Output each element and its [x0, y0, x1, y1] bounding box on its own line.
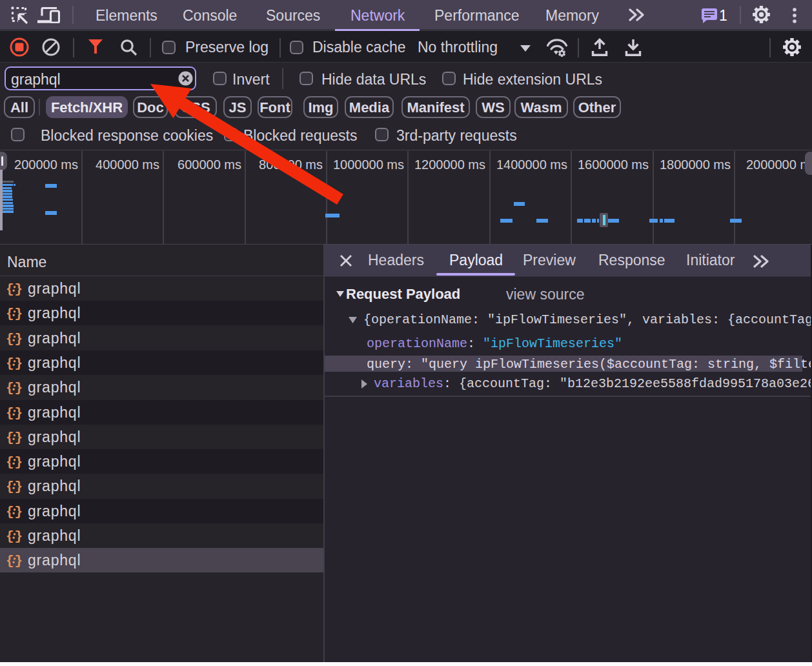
svg-text:{: {: [6, 406, 14, 421]
svg-text:}: }: [15, 356, 23, 371]
svg-text:}: }: [15, 455, 23, 470]
svg-text:}: }: [15, 529, 23, 544]
svg-text:}: }: [15, 430, 23, 445]
svg-text:{: {: [6, 430, 14, 445]
svg-text:}: }: [15, 282, 23, 297]
svg-text:{: {: [6, 332, 14, 347]
svg-text:{: {: [6, 529, 14, 544]
svg-text:{: {: [6, 505, 14, 520]
svg-text:}: }: [15, 554, 23, 569]
svg-text:{: {: [6, 282, 14, 297]
svg-text:}: }: [15, 332, 23, 347]
svg-text:}: }: [15, 381, 23, 396]
svg-text:}: }: [15, 406, 23, 421]
svg-text:}: }: [15, 505, 23, 520]
svg-text:{: {: [6, 356, 14, 371]
svg-text:{: {: [6, 455, 14, 470]
svg-text:{: {: [6, 554, 14, 569]
svg-text:{: {: [6, 479, 14, 494]
svg-text:{: {: [6, 381, 14, 396]
svg-text:{: {: [6, 307, 14, 321]
svg-text:}: }: [15, 307, 23, 321]
svg-text:}: }: [15, 479, 23, 494]
